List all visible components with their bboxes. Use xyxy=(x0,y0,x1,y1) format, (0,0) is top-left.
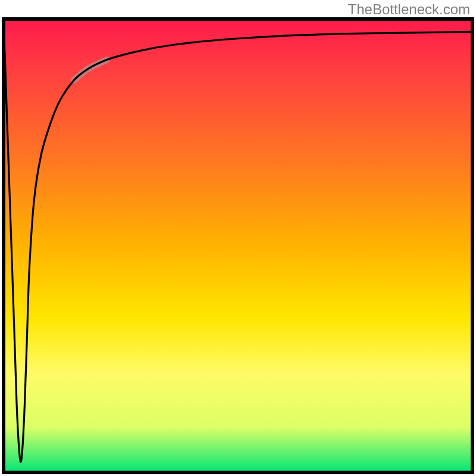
chart-container: TheBottleneck.com xyxy=(0,0,476,476)
gradient-background xyxy=(4,19,472,472)
bottleneck-chart xyxy=(0,0,476,476)
watermark-text: TheBottleneck.com xyxy=(348,1,470,18)
